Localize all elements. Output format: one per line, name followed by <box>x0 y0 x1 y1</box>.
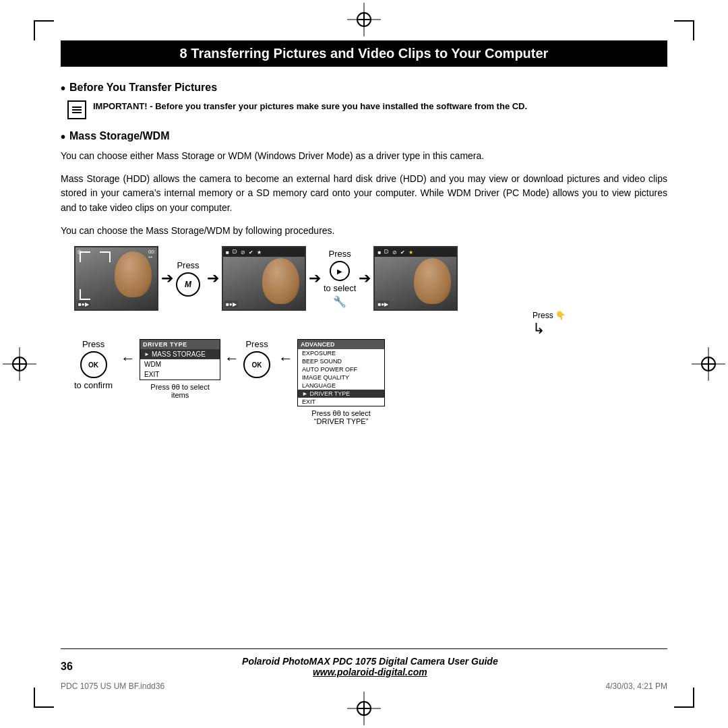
driver-type-menu: DRIVER TYPE ► MASS STORAGE WDM EXIT <box>140 339 220 380</box>
menu-item-mass-storage: ► MASS STORAGE <box>140 349 220 359</box>
press-play-group: Press ▶ to select 🔧 <box>324 249 356 308</box>
adv-item-image-qual: IMAGE QUALITY <box>298 373 384 382</box>
camera-screen-1: ♔ 00:** ■●▶ <box>74 246 158 311</box>
press-m-group: Press M <box>176 260 200 297</box>
footer-brand-block: Polaroid PhotoMAX PDC 1075 Digital Camer… <box>242 656 498 677</box>
bullet2-label: Mass Storage/WDM <box>69 130 169 142</box>
camera-screen-2: ■ᗠ⊘✔★ ■●▶ <box>222 246 306 311</box>
footer-content: 36 Polaroid PhotoMAX PDC 1075 Digital Ca… <box>61 656 667 677</box>
arrow-left-3: ← <box>274 350 297 367</box>
advanced-title: ADVANCED <box>298 340 384 349</box>
adv-item-beep: BEEP SOUND <box>298 357 384 365</box>
note-icon <box>67 100 86 119</box>
footer-divider <box>61 648 667 649</box>
to-select-label: to select <box>324 283 356 293</box>
press-down-group: Press 👇 ↳ <box>533 311 566 338</box>
sub-caption-1: Press θθ to selectitems <box>150 383 209 399</box>
down-arrow-icon: ↳ <box>533 320 545 338</box>
menu-item-wdm: WDM <box>140 359 220 369</box>
body-para1: You can choose either Mass Storage or WD… <box>61 149 667 164</box>
sub-caption-2: Press θθ to select“DRIVER TYPE” <box>311 409 370 425</box>
driver-type-menu-group: DRIVER TYPE ► MASS STORAGE WDM EXIT Pres… <box>140 339 220 399</box>
arrow-4: ➔ <box>356 270 373 287</box>
press-down-label: Press 👇 <box>533 311 566 320</box>
arrow-left-1: ← <box>117 350 140 367</box>
ok-button-1[interactable]: OK <box>80 351 107 378</box>
adv-item-exposure: EXPOSURE <box>298 349 384 357</box>
press-down-row: Press 👇 ↳ <box>61 311 578 338</box>
play-button[interactable]: ▶ <box>330 261 350 281</box>
press-ok-2-group: Press OK <box>243 339 270 378</box>
bullet1-heading: • Before You Transfer Pictures <box>61 82 667 95</box>
arrow-left-2: ← <box>220 350 243 367</box>
arrow-3: ➔ <box>306 270 324 287</box>
ok-button-2[interactable]: OK <box>243 351 270 378</box>
footer-date: 4/30/03, 4:21 PM <box>606 681 667 691</box>
page: 8 Transferring Pictures and Video Clips … <box>0 0 728 728</box>
advanced-menu-group: ADVANCED EXPOSURE BEEP SOUND AUTO POWER … <box>297 339 385 425</box>
note-text: IMPORTANT! - Before you transfer your pi… <box>93 100 527 113</box>
bullet1-label: Before You Transfer Pictures <box>69 82 217 94</box>
menu-title-driver-type: DRIVER TYPE <box>140 340 220 349</box>
diagram-row2: Press OK to confirm ← DRIVER TYPE ► MASS… <box>74 339 385 425</box>
bullet-dot-2: • <box>61 130 65 144</box>
menu-item-exit-1: EXIT <box>140 369 220 380</box>
arrow-2: ➔ <box>204 270 222 287</box>
press-m-label: Press <box>177 260 199 270</box>
press-ok-2-label: Press <box>245 339 268 349</box>
adv-item-auto-power: AUTO POWER OFF <box>298 365 384 373</box>
footer-page: 36 <box>61 661 73 673</box>
body-para2: Mass Storage (HDD) allows the camera to … <box>61 172 667 216</box>
footer-file: PDC 1075 US UM BF.indd36 <box>61 681 164 691</box>
press-ok-confirm-press: Press <box>82 339 104 349</box>
diagram-row1: ♔ 00:** ■●▶ ➔ Press M ➔ <box>74 246 458 311</box>
bullet-dot-1: • <box>61 82 65 95</box>
diagram: ♔ 00:** ■●▶ ➔ Press M ➔ <box>61 246 667 425</box>
bullet2-heading: • Mass Storage/WDM <box>61 130 667 144</box>
press-play-label: Press <box>329 249 351 259</box>
camera-screen-3: ■ᗠ⊘✔★ ■●▶ <box>373 246 458 311</box>
footer-url: www.polaroid-digital.com <box>242 667 498 677</box>
m-button[interactable]: M <box>176 272 200 297</box>
section-title: 8 Transferring Pictures and Video Clips … <box>61 40 667 67</box>
advanced-menu: ADVANCED EXPOSURE BEEP SOUND AUTO POWER … <box>297 339 385 406</box>
adv-item-exit-2: EXIT <box>298 398 384 406</box>
adv-item-driver-type: ► DRIVER TYPE <box>298 390 384 398</box>
footer-brand: Polaroid PhotoMAX PDC 1075 Digital Camer… <box>242 656 498 667</box>
footer-bottom-row: PDC 1075 US UM BF.indd36 4/30/03, 4:21 P… <box>61 681 667 691</box>
to-confirm-label: to confirm <box>74 380 113 390</box>
arrow-1: ➔ <box>158 270 176 287</box>
body-para3: You can choose the Mass Storage/WDM by f… <box>61 224 667 239</box>
note-block: IMPORTANT! - Before you transfer your pi… <box>67 100 667 119</box>
adv-item-language: LANGUAGE <box>298 382 384 390</box>
footer: 36 Polaroid PhotoMAX PDC 1075 Digital Ca… <box>61 648 667 691</box>
press-ok-confirm-group: Press OK to confirm <box>74 339 113 390</box>
